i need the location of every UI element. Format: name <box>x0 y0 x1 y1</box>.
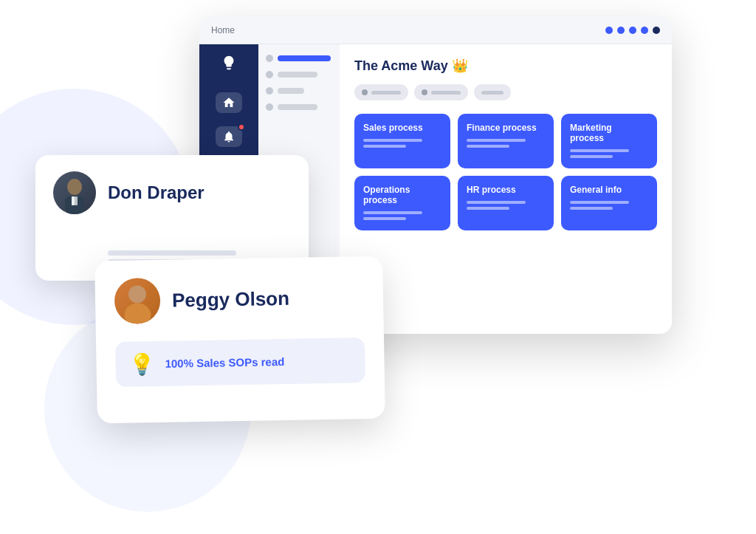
page-title: The Acme Way 👑 <box>354 58 657 74</box>
card-line-7 <box>363 211 422 214</box>
process-card-hr[interactable]: HR process <box>458 176 554 230</box>
card-line-3 <box>467 139 526 142</box>
menu-circle-3 <box>266 87 273 95</box>
card-line-9 <box>467 201 526 204</box>
menu-item-4[interactable] <box>266 103 332 111</box>
card-title-general: General info <box>570 185 648 195</box>
traffic-dot-4 <box>641 27 648 34</box>
card-line-12 <box>570 207 613 210</box>
svg-rect-2 <box>65 198 69 210</box>
don-draper-name: Don Draper <box>108 182 205 203</box>
card-line-5 <box>570 149 629 152</box>
notification-badge <box>238 123 245 131</box>
process-card-general[interactable]: General info <box>561 176 657 230</box>
filter-circle-1 <box>362 89 368 95</box>
filter-pill-2[interactable] <box>414 84 468 100</box>
filter-pill-3[interactable] <box>474 84 511 100</box>
card-line-6 <box>570 155 613 158</box>
menu-bar-1 <box>278 55 331 61</box>
peggy-avatar <box>114 278 161 324</box>
card-line-2 <box>363 145 406 148</box>
card-title-operations: Operations process <box>363 185 441 205</box>
card-line-11 <box>570 201 629 204</box>
menu-circle-4 <box>266 103 273 111</box>
don-line-1 <box>108 250 236 256</box>
filter-bar-1 <box>371 91 401 95</box>
card-title-hr: HR process <box>467 185 545 195</box>
sidebar-bell-icon[interactable] <box>216 126 242 147</box>
process-card-marketing[interactable]: Marketing process <box>561 114 657 168</box>
menu-item-3[interactable] <box>266 87 332 95</box>
svg-point-0 <box>67 179 82 195</box>
process-card-operations[interactable]: Operations process <box>354 176 450 230</box>
peggy-name: Peggy Olson <box>172 287 289 312</box>
card-line-8 <box>363 217 406 220</box>
bulb-icon: 💡 <box>128 352 155 377</box>
scene: Home <box>0 0 756 534</box>
process-card-finance[interactable]: Finance process <box>458 114 554 168</box>
menu-item-1[interactable] <box>266 55 332 62</box>
card-title-sales: Sales process <box>363 123 441 133</box>
filter-bar-3 <box>481 91 504 95</box>
sidebar-home-icon[interactable] <box>216 92 242 113</box>
card-line-10 <box>467 207 509 210</box>
don-draper-header: Don Draper <box>53 171 291 214</box>
filter-pill-1[interactable] <box>354 84 408 100</box>
main-content: The Acme Way 👑 S <box>340 44 672 334</box>
don-draper-avatar <box>53 171 96 214</box>
svg-rect-3 <box>80 198 84 210</box>
filter-circle-2 <box>422 89 427 95</box>
achievement-text: 100% Sales SOPs read <box>165 355 284 370</box>
menu-item-2[interactable] <box>266 71 332 78</box>
traffic-lights <box>605 27 660 34</box>
traffic-dot-1 <box>605 27 613 34</box>
filter-bar <box>354 84 657 100</box>
card-line-4 <box>467 145 509 148</box>
process-grid: Sales process Finance process Marketing … <box>354 114 657 230</box>
traffic-dot-3 <box>629 27 636 34</box>
menu-circle-2 <box>266 71 273 78</box>
card-line-1 <box>363 139 422 142</box>
process-card-sales[interactable]: Sales process <box>354 114 450 168</box>
svg-rect-4 <box>72 196 75 205</box>
menu-bar-2 <box>278 72 317 78</box>
svg-rect-5 <box>75 196 78 205</box>
menu-bar-3 <box>278 88 304 94</box>
card-title-marketing: Marketing process <box>570 123 648 143</box>
card-title-finance: Finance process <box>467 123 545 133</box>
achievement-box: 💡 100% Sales SOPs read <box>115 338 365 387</box>
menu-circle-1 <box>266 55 273 62</box>
traffic-dot-2 <box>617 27 625 34</box>
peggy-olson-card: Peggy Olson 💡 100% Sales SOPs read <box>94 256 385 424</box>
traffic-dot-5 <box>653 27 660 34</box>
breadcrumb: Home <box>211 25 235 35</box>
menu-bar-4 <box>278 104 317 110</box>
peggy-header: Peggy Olson <box>114 274 365 324</box>
titlebar: Home <box>199 16 672 44</box>
svg-point-7 <box>124 303 151 324</box>
sidebar-logo <box>221 55 237 75</box>
filter-bar-2 <box>431 91 461 95</box>
